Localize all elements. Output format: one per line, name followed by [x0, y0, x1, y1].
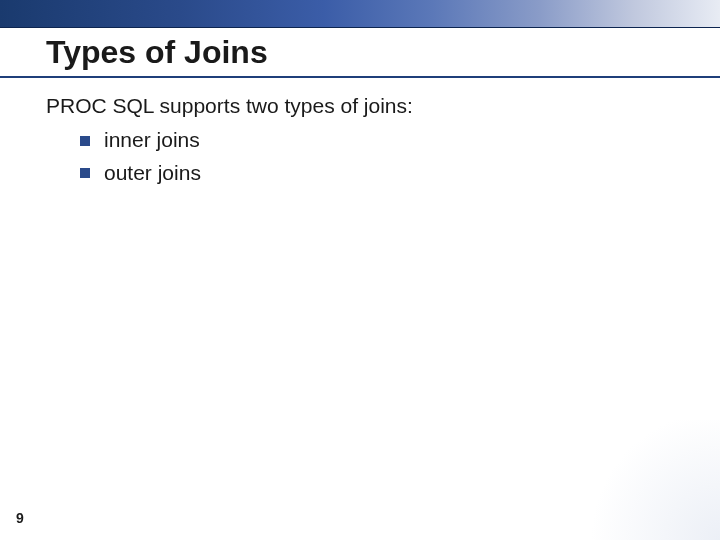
square-bullet-icon — [80, 136, 90, 146]
content-area: PROC SQL supports two types of joins: in… — [46, 92, 680, 187]
intro-text: PROC SQL supports two types of joins: — [46, 92, 680, 120]
bullet-label: inner joins — [104, 126, 200, 154]
square-bullet-icon — [80, 168, 90, 178]
slide: Types of Joins PROC SQL supports two typ… — [0, 0, 720, 540]
corner-decoration — [580, 420, 720, 540]
header-banner — [0, 0, 720, 28]
list-item: inner joins — [80, 126, 680, 154]
slide-title: Types of Joins — [46, 34, 268, 71]
page-number: 9 — [16, 510, 24, 526]
bullet-label: outer joins — [104, 159, 201, 187]
title-underline — [0, 76, 720, 78]
list-item: outer joins — [80, 159, 680, 187]
